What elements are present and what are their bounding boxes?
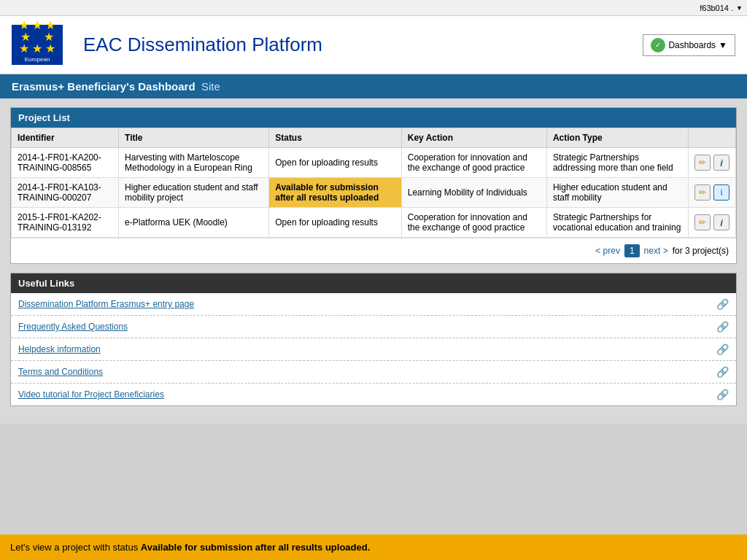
useful-links-header: Useful Links [11, 273, 736, 293]
cell-identifier: 2014-1-FR01-KA103-TRAINING-000207 [12, 178, 119, 208]
dashboard-icon: ✓ [651, 38, 665, 52]
bottom-notification-bar: Let's view a project with status Availab… [0, 534, 747, 560]
cell-action-type: Strategic Partnerships for vocational ed… [546, 208, 688, 238]
eu-stars: ★ ★ ★★ ★★ ★ ★ [19, 20, 56, 55]
dashboard-btn-arrow: ▼ [719, 40, 727, 50]
page-current[interactable]: 1 [624, 244, 640, 257]
link-text[interactable]: Terms and Conditions [18, 367, 103, 377]
header: ★ ★ ★★ ★★ ★ ★ European Commission EAC Di… [0, 16, 747, 74]
link-external-icon: 🔗 [716, 343, 729, 355]
link-text[interactable]: Helpdesk information [18, 344, 101, 354]
edit-button[interactable]: ✏ [694, 155, 711, 171]
col-key-action: Key Action [401, 128, 546, 148]
col-status: Status [269, 128, 402, 148]
useful-links-section: Useful Links Dissemination Platform Eras… [10, 273, 737, 406]
cell-status: Open for uploading results [269, 208, 402, 238]
top-bar: f63b014 . ▼ [0, 0, 747, 16]
pagination: < prev 1 next > for 3 project(s) [11, 238, 736, 263]
table-row: 2014-1-FR01-KA103-TRAINING-000207Higher … [12, 178, 736, 208]
dashboards-button[interactable]: ✓ Dashboards ▼ [643, 34, 735, 56]
bottom-text-bold: Available for submission after all resul… [141, 542, 371, 553]
subtitle-sub: Site [201, 80, 220, 93]
edit-button[interactable]: ✏ [694, 184, 711, 201]
cell-actions: ✏i [689, 208, 736, 238]
eu-logo: ★ ★ ★★ ★★ ★ ★ European Commission [12, 25, 63, 65]
subtitle-main: Erasmus+ Beneficiary's Dashboard [12, 80, 196, 93]
cell-title: Higher education student and staff mobil… [119, 178, 269, 208]
link-item[interactable]: Helpdesk information🔗 [11, 338, 736, 361]
link-item[interactable]: Frequently Asked Questions🔗 [11, 316, 736, 338]
link-external-icon: 🔗 [716, 389, 729, 400]
link-item[interactable]: Dissemination Platform Erasmus+ entry pa… [11, 293, 736, 316]
dashboard-btn-label: Dashboards [668, 40, 716, 50]
cell-title: e-Platforma UEK (Moodle) [119, 208, 269, 238]
user-menu[interactable]: f63b014 . ▼ [700, 4, 743, 12]
cell-actions: ✏i [689, 148, 736, 178]
link-external-icon: 🔗 [716, 321, 729, 332]
info-button[interactable]: i [713, 155, 729, 171]
link-external-icon: 🔗 [716, 298, 729, 310]
col-actions [689, 128, 736, 148]
cell-action-type: Strategic Partnerships addressing more t… [546, 148, 688, 178]
info-button[interactable]: i [713, 184, 729, 201]
page-next[interactable]: next > [644, 246, 668, 256]
col-title: Title [119, 128, 269, 148]
main-content: Project List Identifier Title Status Key… [0, 98, 747, 424]
project-table: Identifier Title Status Key Action Actio… [11, 128, 736, 238]
username: f63b014 . [700, 4, 733, 12]
link-text[interactable]: Frequently Asked Questions [18, 322, 128, 332]
page-prev[interactable]: < prev [595, 246, 620, 256]
col-identifier: Identifier [12, 128, 119, 148]
platform-title: EAC Dissemination Platform [83, 34, 322, 56]
cell-identifier: 2015-1-FR01-KA202-TRAINING-013192 [12, 208, 119, 238]
cell-key-action: Cooperation for innovation and the excha… [401, 208, 546, 238]
cell-action-type: Higher education student and staff mobil… [546, 178, 688, 208]
logo-area: ★ ★ ★★ ★★ ★ ★ European Commission EAC Di… [12, 25, 322, 65]
cell-title: Harvesting with Marteloscope Methodology… [119, 148, 269, 178]
links-list: Dissemination Platform Erasmus+ entry pa… [11, 293, 736, 405]
cell-key-action: Learning Mobility of Individuals [401, 178, 546, 208]
table-row: 2015-1-FR01-KA202-TRAINING-013192e-Platf… [12, 208, 736, 238]
cell-identifier: 2014-1-FR01-KA200-TRAINING-008565 [12, 148, 119, 178]
page-total: for 3 project(s) [673, 246, 729, 256]
dashboard-btn-area: ✓ Dashboards ▼ [643, 34, 735, 56]
project-list-section: Project List Identifier Title Status Key… [10, 107, 737, 264]
cell-key-action: Cooperation for innovation and the excha… [401, 148, 546, 178]
cell-status: Available for submission after all resul… [269, 178, 402, 208]
col-action-type: Action Type [546, 128, 688, 148]
link-item[interactable]: Video tutorial for Project Beneficiaries… [11, 384, 736, 405]
cell-status: Open for uploading results [269, 148, 402, 178]
cell-actions: ✏i [689, 178, 736, 208]
link-item[interactable]: Terms and Conditions🔗 [11, 361, 736, 384]
user-menu-arrow: ▼ [736, 4, 743, 12]
edit-button[interactable]: ✏ [694, 214, 711, 230]
eu-commission-text: European Commission [21, 56, 53, 70]
bottom-text-normal: Let's view a project with status [10, 542, 141, 553]
link-text[interactable]: Dissemination Platform Erasmus+ entry pa… [18, 299, 194, 309]
table-row: 2014-1-FR01-KA200-TRAINING-008565Harvest… [12, 148, 736, 178]
project-list-header: Project List [11, 108, 736, 128]
link-text[interactable]: Video tutorial for Project Beneficiaries [18, 389, 164, 400]
subtitle-bar: Erasmus+ Beneficiary's Dashboard Site [0, 74, 747, 98]
link-external-icon: 🔗 [716, 366, 729, 378]
info-button[interactable]: i [713, 214, 729, 230]
